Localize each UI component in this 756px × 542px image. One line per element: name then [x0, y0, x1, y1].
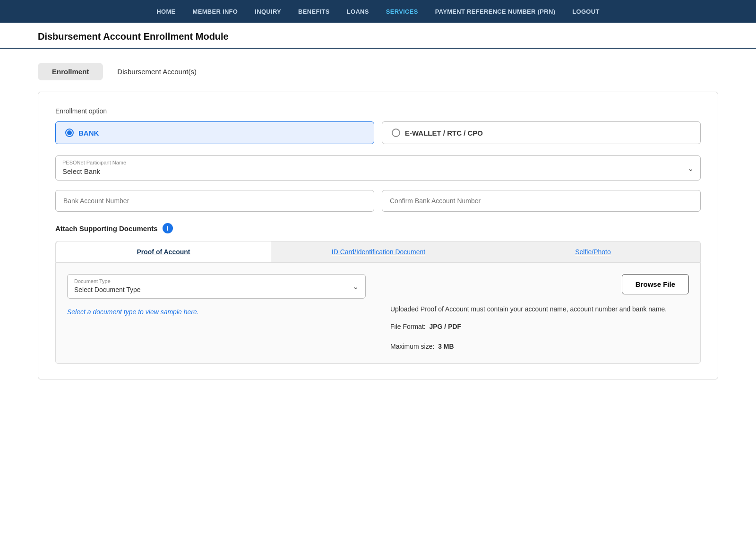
account-number-row	[55, 190, 701, 212]
nav-services[interactable]: SERVICES	[378, 8, 427, 15]
bank-radio-circle	[65, 129, 74, 137]
nav-loans[interactable]: LOANS	[338, 8, 378, 15]
bank-select[interactable]: Select Bank	[62, 167, 694, 175]
doc-type-label: Document Type	[74, 278, 359, 284]
doc-left-panel: Document Type Select Document Type ⌄ Sel…	[67, 274, 366, 316]
sample-link[interactable]: Select a document type to view sample he…	[67, 308, 366, 316]
doc-tab-id-card[interactable]: ID Card/Identification Document	[271, 241, 486, 262]
doc-type-select-group: Document Type Select Document Type ⌄	[67, 274, 366, 299]
tab-enrollment[interactable]: Enrollment	[38, 63, 103, 80]
tab-disbursement-accounts[interactable]: Disbursement Account(s)	[103, 63, 211, 80]
nav-member-info[interactable]: MEMBER INFO	[184, 8, 247, 15]
doc-content-inner: Document Type Select Document Type ⌄ Sel…	[67, 274, 689, 350]
bank-option[interactable]: BANK	[55, 121, 374, 144]
browse-file-button[interactable]: Browse File	[622, 274, 689, 294]
attach-docs-label-text: Attach Supporting Documents	[55, 224, 158, 232]
nav-home[interactable]: HOME	[148, 8, 184, 15]
doc-tab-selfie[interactable]: Selfie/Photo	[486, 241, 700, 262]
nav-prn[interactable]: PAYMENT REFERENCE NUMBER (PRN)	[427, 8, 564, 15]
page-header: Disbursement Account Enrollment Module	[0, 23, 756, 49]
enrollment-options: BANK E-WALLET / RTC / CPO	[55, 121, 701, 144]
doc-tabs: Proof of Account ID Card/Identification …	[55, 241, 701, 262]
bank-select-group: PESONet Participant Name Select Bank ⌄	[55, 155, 701, 181]
doc-content-area: Document Type Select Document Type ⌄ Sel…	[55, 262, 701, 364]
ewallet-radio-circle	[392, 129, 400, 137]
nav-benefits[interactable]: BENEFITS	[290, 8, 338, 15]
doc-format-text: File Format: JPG / PDF	[390, 323, 689, 330]
doc-info-text: Uploaded Proof of Account must contain y…	[390, 304, 689, 315]
main-tabs: Enrollment Disbursement Account(s)	[38, 63, 718, 80]
bank-account-number-input[interactable]	[55, 190, 374, 212]
nav-inquiry[interactable]: INQUIRY	[246, 8, 290, 15]
doc-max-size-text: Maximum size: 3 MB	[390, 343, 689, 350]
confirm-bank-account-number-input[interactable]	[382, 190, 701, 212]
bank-option-label: BANK	[78, 129, 99, 137]
info-icon[interactable]: i	[163, 223, 173, 233]
max-size-value: 3 MB	[438, 343, 454, 350]
page-content: Enrollment Disbursement Account(s) Enrol…	[0, 49, 756, 394]
max-size-label: Maximum size:	[390, 343, 434, 350]
enrollment-form-card: Enrollment option BANK E-WALLET / RTC / …	[38, 92, 718, 379]
doc-right-panel: Browse File Uploaded Proof of Account mu…	[381, 274, 689, 350]
file-format-label: File Format:	[390, 323, 426, 330]
file-format-value: JPG / PDF	[429, 323, 461, 330]
bank-select-label: PESONet Participant Name	[62, 160, 694, 165]
doc-type-select[interactable]: Select Document Type	[74, 286, 359, 293]
attach-docs-section-label: Attach Supporting Documents i	[55, 223, 701, 233]
enrollment-option-label: Enrollment option	[55, 107, 701, 115]
nav-logout[interactable]: LOGOUT	[564, 8, 608, 15]
page-title: Disbursement Account Enrollment Module	[38, 31, 718, 42]
ewallet-option-label: E-WALLET / RTC / CPO	[405, 129, 483, 137]
doc-tab-proof-of-account[interactable]: Proof of Account	[56, 241, 271, 262]
ewallet-option[interactable]: E-WALLET / RTC / CPO	[382, 121, 701, 144]
navigation: HOME MEMBER INFO INQUIRY BENEFITS LOANS …	[0, 0, 756, 23]
